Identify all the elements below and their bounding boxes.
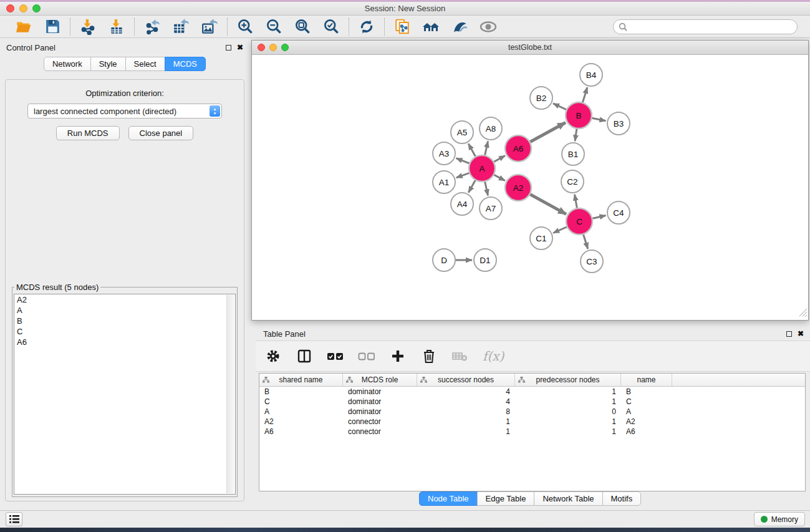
export-network-icon[interactable]	[143, 18, 161, 36]
tab-network-table[interactable]: Network Table	[534, 491, 602, 506]
criterion-select[interactable]: largest connected component (directed) ▲…	[27, 104, 222, 118]
table-cell-predecessor-nodes[interactable]: 1	[515, 387, 621, 396]
table-settings-gear-icon[interactable]	[264, 347, 282, 365]
graph-node-a7[interactable]: A7	[480, 197, 502, 220]
table-cell-successor-nodes[interactable]: 4	[417, 397, 515, 406]
zoom-in-icon[interactable]	[236, 18, 254, 36]
table-cell-predecessor-nodes[interactable]: 0	[515, 407, 621, 416]
houses-icon[interactable]	[422, 18, 440, 36]
resize-grip-icon[interactable]	[799, 308, 808, 319]
table-cell-predecessor-nodes[interactable]: 1	[515, 417, 621, 426]
tab-select[interactable]: Select	[125, 57, 165, 71]
table-cell-mcds-role[interactable]: connector	[343, 427, 417, 436]
graph-node-b[interactable]: B	[566, 102, 592, 128]
result-item[interactable]: A6	[14, 337, 235, 347]
tab-node-table[interactable]: Node Table	[419, 491, 478, 506]
graph-node-b1[interactable]: B1	[562, 143, 584, 165]
search-input[interactable]	[613, 19, 798, 34]
import-table-icon[interactable]	[108, 18, 125, 36]
close-table-panel-icon[interactable]: ✖	[798, 330, 804, 337]
graph-node-c3[interactable]: C3	[581, 250, 603, 273]
table-cell-successor-nodes[interactable]: 1	[417, 417, 515, 426]
table-cell-shared-name[interactable]: A6	[259, 427, 343, 436]
zoom-fit-icon[interactable]	[294, 18, 311, 36]
graph-node-a3[interactable]: A3	[433, 142, 455, 165]
table-cell-name[interactable]: A2	[621, 417, 672, 426]
table-cell-shared-name[interactable]: A	[259, 407, 343, 416]
graph-node-b2[interactable]: B2	[530, 87, 552, 109]
float-table-panel-icon[interactable]	[786, 331, 792, 337]
tab-network[interactable]: Network	[44, 57, 91, 71]
table-cell-mcds-role[interactable]: dominator	[343, 387, 417, 396]
graph-node-b4[interactable]: B4	[580, 64, 602, 86]
table-cell-predecessor-nodes[interactable]: 1	[515, 397, 621, 406]
mcds-result-list[interactable]: A2ABCA6	[14, 294, 236, 495]
table-cell-shared-name[interactable]: C	[259, 397, 343, 406]
table-cell-mcds-role[interactable]: dominator	[343, 397, 417, 406]
table-cell-name[interactable]: B	[621, 387, 672, 396]
export-image-icon[interactable]	[201, 18, 218, 36]
table-cell-name[interactable]: A6	[621, 427, 672, 436]
graph-node-a6[interactable]: A6	[505, 135, 531, 162]
table-row[interactable]: A2connector11A2	[259, 417, 805, 427]
table-row[interactable]: A6connector11A6	[259, 427, 805, 437]
open-file-icon[interactable]	[15, 18, 32, 36]
zoom-selected-icon[interactable]	[322, 18, 340, 36]
column-header-shared-name[interactable]: shared name	[259, 374, 343, 386]
graph-node-c1[interactable]: C1	[530, 227, 552, 249]
graph-node-c4[interactable]: C4	[607, 201, 630, 224]
graph-node-c[interactable]: C	[566, 208, 592, 235]
memory-button[interactable]: Memory	[754, 512, 805, 526]
graph-node-d1[interactable]: D1	[474, 249, 496, 271]
network-canvas[interactable]: B4B2BB3A5A8A6A3B1AA1C2A2A4A7C4CC1C3DD1	[252, 55, 808, 320]
table-cell-successor-nodes[interactable]: 4	[417, 387, 515, 396]
column-header-mcds-role[interactable]: MCDS role	[343, 374, 417, 386]
network-window-titlebar[interactable]: testGlobe.txt	[252, 41, 808, 55]
task-history-button[interactable]	[6, 512, 22, 526]
add-column-icon[interactable]	[389, 347, 407, 365]
export-table-icon[interactable]	[172, 18, 190, 36]
table-cell-mcds-role[interactable]: connector	[343, 417, 417, 426]
unselect-all-columns-icon[interactable]	[358, 347, 375, 365]
pen-eye-icon[interactable]	[451, 18, 468, 36]
table-cell-shared-name[interactable]: A2	[259, 417, 343, 426]
graph-node-a[interactable]: A	[469, 155, 495, 181]
refresh-icon[interactable]	[358, 18, 375, 36]
graph-node-a5[interactable]: A5	[451, 121, 473, 143]
delete-column-trash-icon[interactable]	[420, 347, 438, 365]
tab-style[interactable]: Style	[90, 57, 126, 71]
column-header-predecessor-nodes[interactable]: predecessor nodes	[515, 374, 621, 386]
table-cell-mcds-role[interactable]: dominator	[343, 407, 417, 416]
table-row[interactable]: Adominator80A	[259, 407, 805, 417]
table-cell-successor-nodes[interactable]: 1	[417, 427, 515, 436]
import-network-icon[interactable]	[79, 18, 97, 36]
graph-node-d[interactable]: D	[433, 249, 455, 271]
result-item[interactable]: A	[14, 305, 235, 316]
table-cell-name[interactable]: A	[621, 407, 672, 416]
column-header-name[interactable]: name	[621, 374, 672, 386]
table-row[interactable]: Bdominator41B	[259, 387, 805, 397]
result-item[interactable]: A2	[14, 294, 235, 305]
show-columns-icon[interactable]	[296, 347, 313, 365]
eye-icon[interactable]	[480, 18, 497, 36]
run-mcds-button[interactable]: Run MCDS	[56, 126, 120, 140]
select-all-columns-icon[interactable]	[327, 347, 344, 365]
table-cell-name[interactable]: C	[621, 397, 672, 406]
graph-node-a2[interactable]: A2	[505, 175, 531, 201]
table-cell-shared-name[interactable]: B	[259, 387, 343, 396]
result-item[interactable]: C	[14, 326, 235, 337]
tab-motifs[interactable]: Motifs	[602, 491, 642, 506]
graph-node-b3[interactable]: B3	[607, 112, 630, 135]
column-header-successor-nodes[interactable]: successor nodes	[417, 374, 515, 386]
result-item[interactable]: B	[14, 316, 235, 326]
result-scrollbar[interactable]	[226, 295, 234, 493]
zoom-out-icon[interactable]	[265, 18, 282, 36]
close-panel-icon[interactable]: ✖	[237, 44, 243, 51]
table-cell-successor-nodes[interactable]: 8	[417, 407, 515, 416]
table-row[interactable]: Cdominator41C	[259, 397, 805, 407]
float-panel-icon[interactable]	[226, 45, 231, 51]
tab-mcds[interactable]: MCDS	[165, 57, 206, 71]
graph-node-a1[interactable]: A1	[433, 171, 455, 193]
graph-node-a4[interactable]: A4	[451, 193, 473, 215]
table-cell-predecessor-nodes[interactable]: 1	[515, 427, 621, 436]
